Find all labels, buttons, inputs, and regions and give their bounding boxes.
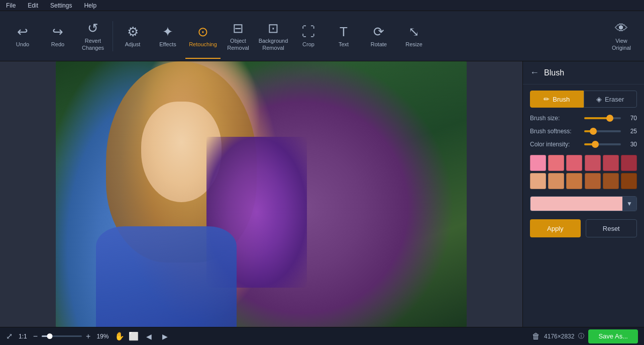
rotate-icon: ⟳ [373, 25, 384, 38]
retouching-icon: ⊙ [197, 25, 208, 38]
crop-label: Crop [302, 41, 314, 48]
reset-button[interactable]: Reset [586, 219, 637, 237]
retouching-label: Retouching [189, 41, 217, 48]
brush-softness-value: 25 [625, 128, 637, 135]
resize-button[interactable]: ⤡ Resize [396, 14, 432, 59]
brush-button[interactable]: ✏ Brush [530, 91, 584, 108]
retouching-button[interactable]: ⊙ Retouching [185, 14, 221, 59]
view-original-icon: 👁 [615, 22, 628, 35]
swatch-1[interactable] [548, 155, 564, 171]
brush-size-label: Brush size: [530, 115, 580, 122]
crop-icon: ⛶ [302, 25, 315, 38]
swatch-3[interactable] [585, 155, 601, 171]
rotate-button[interactable]: ⟳ Rotate [361, 14, 396, 59]
toolbar: ↩ Undo ↪ Redo ↺ Revert Changes ⚙ Adjust … [0, 11, 644, 61]
adjust-icon: ⚙ [127, 25, 139, 38]
select-tool-button[interactable]: ⬜ [129, 331, 139, 341]
object-removal-icon: ⊟ [233, 22, 244, 35]
color-preview[interactable] [530, 197, 622, 211]
divider-1 [113, 21, 113, 51]
redo-button[interactable]: ↪ Redo [40, 14, 75, 59]
revert-label: Revert Changes [82, 38, 104, 51]
brush-label: Brush [553, 96, 570, 103]
swatch-6[interactable] [530, 173, 546, 189]
brush-icon: ✏ [544, 95, 550, 103]
brush-size-thumb[interactable] [606, 115, 613, 122]
swatch-5[interactable] [621, 155, 637, 171]
rotate-label: Rotate [371, 41, 387, 48]
color-picker-row: ▼ [530, 196, 637, 211]
prev-image-button[interactable]: ◀ [143, 330, 155, 342]
apply-button[interactable]: Apply [530, 219, 581, 237]
back-button[interactable]: ← [530, 67, 539, 78]
canvas-area[interactable] [0, 61, 522, 327]
undo-button[interactable]: ↩ Undo [5, 14, 40, 59]
zoom-out-button[interactable]: − [33, 332, 38, 341]
revert-button[interactable]: ↺ Revert Changes [75, 14, 111, 59]
swatch-10[interactable] [603, 173, 619, 189]
brush-softness-label: Brush softness: [530, 128, 580, 135]
resize-icon: ⤡ [408, 25, 419, 38]
text-button[interactable]: T Text [326, 14, 361, 59]
save-as-button[interactable]: Save As... [588, 329, 638, 343]
bottom-bar: ⤢ 1:1 − + 19% ✋ ⬜ ◀ ▶ 🗑 4176×2832 ⓘ Save… [0, 327, 644, 345]
brush-softness-thumb[interactable] [590, 128, 597, 135]
background-removal-icon: ⊡ [268, 22, 279, 35]
undo-label: Undo [16, 41, 29, 48]
effects-button[interactable]: ✦ Effects [150, 14, 185, 59]
eraser-label: Eraser [605, 96, 624, 103]
menu-file[interactable]: File [4, 1, 18, 10]
adjust-label: Adjust [125, 41, 141, 48]
brush-size-slider[interactable] [584, 117, 621, 119]
swatch-4[interactable] [603, 155, 619, 171]
eraser-icon: ◈ [596, 95, 602, 103]
delete-button[interactable]: 🗑 [532, 332, 540, 341]
redo-icon: ↪ [52, 25, 63, 38]
color-intensity-row: Color intensity: 30 [523, 138, 644, 151]
chevron-down-icon: ▼ [626, 200, 632, 207]
swatch-8[interactable] [566, 173, 582, 189]
menu-help[interactable]: Help [82, 1, 98, 10]
color-dropdown-button[interactable]: ▼ [622, 197, 636, 211]
zoom-in-button[interactable]: + [86, 332, 90, 341]
object-removal-button[interactable]: ⊟ Object Removal [221, 14, 256, 59]
brush-softness-slider[interactable] [584, 130, 621, 132]
background-removal-button[interactable]: ⊡ Background Removal [256, 14, 291, 59]
swatch-2[interactable] [566, 155, 582, 171]
eraser-button[interactable]: ◈ Eraser [584, 91, 637, 108]
object-removal-label: Object Removal [227, 38, 249, 51]
brush-size-value: 70 [625, 115, 637, 122]
menu-bar: File Edit Settings Help [0, 0, 644, 11]
main-content: ← Blush ✏ Brush ◈ Eraser Brush size: 70 [0, 61, 644, 327]
revert-icon: ↺ [87, 22, 98, 35]
adjust-button[interactable]: ⚙ Adjust [115, 14, 150, 59]
panel-title: Blush [544, 68, 564, 77]
brush-size-row: Brush size: 70 [523, 112, 644, 125]
view-original-button[interactable]: 👁 View Original [604, 14, 639, 59]
zoom-percent: 19% [96, 333, 109, 340]
view-original-label: View Original [612, 38, 631, 51]
menu-edit[interactable]: Edit [26, 1, 40, 10]
background-removal-label: Background Removal [259, 38, 288, 51]
swatch-0[interactable] [530, 155, 546, 171]
swatch-11[interactable] [621, 173, 637, 189]
info-icon[interactable]: ⓘ [578, 332, 584, 340]
swatch-7[interactable] [548, 173, 564, 189]
color-intensity-thumb[interactable] [592, 141, 599, 148]
menu-settings[interactable]: Settings [48, 1, 74, 10]
pan-tool-button[interactable]: ✋ [115, 331, 125, 341]
tool-toggle: ✏ Brush ◈ Eraser [530, 91, 637, 108]
next-image-button[interactable]: ▶ [159, 330, 171, 342]
zoom-thumb[interactable] [47, 333, 53, 339]
effects-icon: ✦ [162, 25, 173, 38]
zoom-slider[interactable] [42, 335, 82, 337]
color-intensity-slider[interactable] [584, 143, 621, 145]
swatch-9[interactable] [585, 173, 601, 189]
crop-button[interactable]: ⛶ Crop [291, 14, 326, 59]
resize-label: Resize [405, 41, 422, 48]
action-buttons: Apply Reset [530, 219, 637, 237]
photo-canvas [56, 61, 467, 327]
undo-icon: ↩ [17, 25, 28, 38]
text-icon: T [340, 25, 348, 38]
fit-screen-button[interactable]: ⤢ [6, 331, 13, 341]
